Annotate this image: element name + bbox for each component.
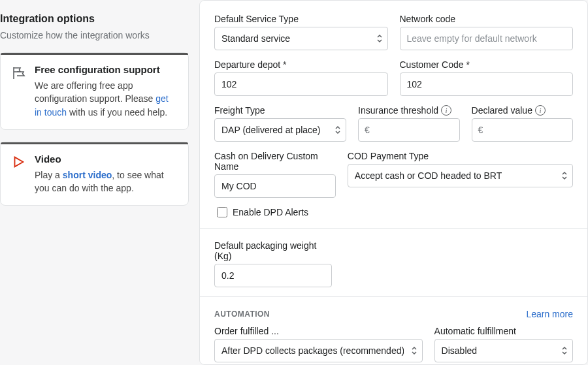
- freight-type-label: Freight Type: [214, 105, 346, 116]
- departure-depot-input[interactable]: [214, 72, 388, 96]
- default-weight-input[interactable]: [214, 264, 332, 287]
- declared-value-label: Declared value i: [472, 105, 573, 116]
- order-fulfilled-label: Order fulfilled ...: [214, 326, 423, 336]
- departure-depot-label: Departure depot *: [214, 59, 388, 70]
- cod-payment-type-select[interactable]: Accept cash or COD headed to BRT: [348, 164, 573, 187]
- learn-more-link[interactable]: Learn more: [526, 309, 573, 319]
- default-service-type-select[interactable]: Standard service: [214, 27, 388, 50]
- default-weight-label: Default packaging weight (Kg): [214, 240, 332, 261]
- info-icon[interactable]: i: [441, 105, 451, 116]
- cod-payment-type-label: COD Payment Type: [348, 151, 573, 161]
- cod-custom-name-input[interactable]: [214, 174, 336, 198]
- page-subtitle: Customize how the integration works: [0, 30, 189, 40]
- auto-fulfillment-select[interactable]: Disabled: [434, 339, 573, 362]
- support-title: Free configuration support: [35, 64, 178, 75]
- insurance-threshold-label: Insurance threshold i: [358, 105, 459, 116]
- page-title: Integration options: [0, 13, 189, 25]
- freight-type-select[interactable]: DAP (delivered at place): [214, 118, 346, 142]
- declared-value-input[interactable]: [472, 118, 573, 142]
- enable-dpd-alerts-checkbox[interactable]: [217, 207, 227, 217]
- play-icon: [11, 155, 27, 170]
- settings-panel: Default Service Type Standard service Ne…: [199, 0, 588, 365]
- auto-fulfillment-label: Automatic fulfillment: [434, 326, 573, 336]
- support-card: Free configuration support We are offeri…: [0, 52, 189, 130]
- order-fulfilled-select[interactable]: After DPD collects packages (recommended…: [214, 339, 423, 362]
- short-video-link[interactable]: short video: [63, 170, 112, 180]
- insurance-threshold-input[interactable]: [358, 118, 459, 142]
- info-icon[interactable]: i: [535, 105, 546, 116]
- customer-code-input[interactable]: [400, 72, 574, 96]
- support-text: We are offering free app configuration s…: [35, 79, 178, 119]
- automation-section-title: AUTOMATION: [214, 309, 270, 319]
- video-text: Play a short video, to see what you can …: [35, 168, 178, 195]
- network-code-input[interactable]: [400, 27, 574, 50]
- enable-dpd-alerts-label: Enable DPD Alerts: [233, 207, 308, 217]
- flag-icon: [11, 65, 27, 81]
- video-title: Video: [35, 153, 178, 165]
- customer-code-label: Customer Code *: [400, 59, 574, 70]
- default-service-type-label: Default Service Type: [214, 14, 388, 24]
- cod-custom-name-label: Cash on Delivery Custom Name: [214, 151, 336, 172]
- network-code-label: Network code: [400, 14, 574, 24]
- video-card: Video Play a short video, to see what yo…: [0, 142, 189, 206]
